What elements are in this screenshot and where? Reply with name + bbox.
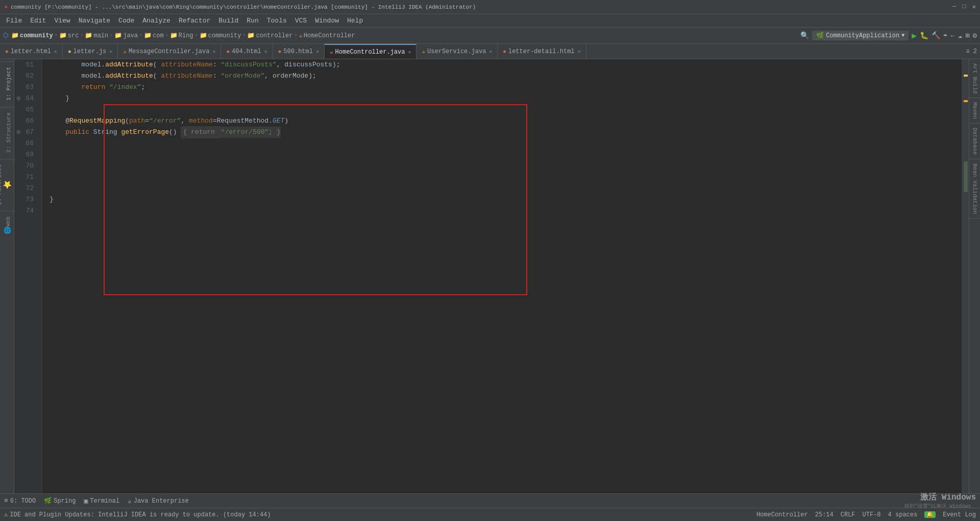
tab-close-homecontroller[interactable]: ✕ xyxy=(408,49,411,55)
controller-folder-icon: 📁 xyxy=(247,32,255,39)
maximize-button[interactable]: □ xyxy=(963,3,966,11)
status-line-ending[interactable]: CRLF xyxy=(841,511,855,518)
tab-500[interactable]: ◈ 500.html ✕ xyxy=(273,44,325,59)
layout-icon[interactable]: ⊞ xyxy=(965,31,969,40)
spring-icon: 🌿 xyxy=(816,32,824,39)
sidebar-project-tab[interactable]: 1: Project xyxy=(0,61,14,106)
status-indent[interactable]: 4 spaces xyxy=(888,511,918,518)
todo-tab[interactable]: ≡ 6: TODO xyxy=(4,497,36,505)
spring-leaf-icon: 🌿 xyxy=(44,497,52,505)
tab-label-messagecontroller: MessageController.java xyxy=(129,48,209,55)
menu-item-navigate[interactable]: Navigate xyxy=(75,16,114,26)
tab-close-404[interactable]: ✕ xyxy=(264,49,267,55)
code-line-64: } xyxy=(50,93,962,104)
status-position[interactable]: 25:14 xyxy=(815,511,834,518)
sidebar-structure-tab[interactable]: 2: Structure xyxy=(0,107,14,158)
build-button[interactable]: 🔨 xyxy=(932,31,940,40)
scrollbar-track[interactable] xyxy=(962,59,969,493)
line-num-64: ⊕ 64 xyxy=(14,93,38,104)
menu-item-analyze[interactable]: Analyze xyxy=(138,16,175,26)
minimize-button[interactable]: — xyxy=(952,3,956,11)
crumb-name-community: community xyxy=(20,32,53,39)
tab-close-letter-js[interactable]: ✕ xyxy=(109,49,112,55)
code-line-66: @RequestMapping(path=“/error”, method=Re… xyxy=(50,115,962,127)
menu-item-vcs[interactable]: VCS xyxy=(291,16,311,26)
community-folder-icon: 📁 xyxy=(11,32,19,39)
menu-item-build[interactable]: Build xyxy=(214,16,242,26)
line-num-70: 70 xyxy=(14,160,38,172)
close-button[interactable]: ✕ xyxy=(972,3,976,11)
code-line-72 xyxy=(50,183,962,194)
menu-item-code[interactable]: Code xyxy=(114,16,138,26)
search-icon[interactable]: 🔍 xyxy=(800,31,809,40)
crumb-name-homecontroller: HomeController xyxy=(304,32,355,39)
tab-icon-404: ◈ xyxy=(226,48,230,55)
maven-panel-tab[interactable]: Maven xyxy=(969,98,980,124)
bean-validation-panel-tab[interactable]: Bean Validation xyxy=(969,159,980,219)
tab-close-letter-detail[interactable]: ✕ xyxy=(578,49,581,55)
run-button[interactable]: ▶ xyxy=(912,31,917,41)
run-config[interactable]: 🌿 CommunityApplication ▼ xyxy=(812,31,909,40)
menu-item-help[interactable]: Help xyxy=(343,16,367,26)
tab-overflow[interactable]: ≡ 2 xyxy=(963,44,980,59)
tab-close-letter-html[interactable]: ✕ xyxy=(54,49,57,55)
java-enterprise-tab[interactable]: ☕ Java Enterprise xyxy=(128,497,189,505)
art-build-panel-tab[interactable]: Art Build xyxy=(969,59,980,98)
breadcrumb-controller[interactable]: 📁 controller xyxy=(247,32,292,39)
tab-messagecontroller[interactable]: ☕ MessageController.java ✕ xyxy=(118,44,221,59)
title-text: community [F:\community] - ...\src\main\… xyxy=(11,4,952,10)
breadcrumb-ring[interactable]: 📁 Ring xyxy=(170,32,193,39)
sidebar-web-tab[interactable]: 🌐Web xyxy=(0,211,14,240)
crumb-name-src: src xyxy=(68,32,79,39)
tab-letter-html[interactable]: ◈ letter.html ✕ xyxy=(0,44,63,59)
code-line-74 xyxy=(50,205,962,217)
terminal-tab[interactable]: ▣ Terminal xyxy=(84,497,119,505)
settings-icon[interactable]: ⚙ xyxy=(973,31,977,40)
menu-item-view[interactable]: View xyxy=(50,16,74,26)
menu-item-run[interactable]: Run xyxy=(242,16,262,26)
tab-icon-letter-detail: ◈ xyxy=(503,48,506,55)
code-area: 61 62 63 ⊕ 64 65 66 ⊕ 67 68 69 70 71 72 … xyxy=(14,59,969,493)
menu-item-window[interactable]: Window xyxy=(311,16,343,26)
event-log[interactable]: Event Log xyxy=(943,511,976,518)
menu-item-refactor[interactable]: Refactor xyxy=(175,16,214,26)
back-button[interactable]: ← xyxy=(950,32,954,40)
menu-item-edit[interactable]: Edit xyxy=(26,16,50,26)
breadcrumb-main[interactable]: 📁 main xyxy=(85,32,108,39)
crumb-name-main: main xyxy=(93,32,108,39)
tab-close-500[interactable]: ✕ xyxy=(316,49,319,55)
spring-tab[interactable]: 🌿 Spring xyxy=(44,497,76,505)
community2-folder-icon: 📁 xyxy=(200,32,207,39)
com-folder-icon: 📁 xyxy=(144,32,152,39)
tab-close-userservice[interactable]: ✕ xyxy=(489,49,492,55)
vcs-icon[interactable]: ☁ xyxy=(958,31,962,40)
menu-item-file[interactable]: File xyxy=(2,16,26,26)
windows-activate: 激活 Windows 转到"设置"以激活 Windows。 xyxy=(904,492,976,510)
tab-letter-js[interactable]: ◈ letter.js ✕ xyxy=(63,44,118,59)
debug-button[interactable]: 🐛 xyxy=(920,31,928,40)
breadcrumb-homecontroller[interactable]: ☕ HomeController xyxy=(299,32,355,39)
breadcrumb-java[interactable]: 📁 java xyxy=(114,32,138,39)
tab-userservice[interactable]: ☕ UserService.java ✕ xyxy=(416,44,498,59)
breadcrumb-community[interactable]: 📁 community xyxy=(11,32,53,39)
tab-letter-detail[interactable]: ◈ letter-detail.html ✕ xyxy=(498,44,586,59)
status-encoding[interactable]: UTF-8 xyxy=(863,511,881,518)
code-content[interactable]: model.addAttribute( attributeName: “disc… xyxy=(42,59,962,493)
coverage-button[interactable]: ☂ xyxy=(943,31,947,40)
scroll-thumb[interactable] xyxy=(964,161,968,192)
app-icon: ● xyxy=(4,4,8,11)
tab-homecontroller[interactable]: ☕ HomeController.java ✕ xyxy=(325,44,416,59)
menu-item-tools[interactable]: Tools xyxy=(263,16,291,26)
tab-icon-500: ◈ xyxy=(278,48,282,55)
breadcrumb-com[interactable]: 📁 com xyxy=(144,32,164,39)
tab-close-messagecontroller[interactable]: ✕ xyxy=(212,49,215,55)
database-panel-tab[interactable]: Database xyxy=(969,124,980,159)
breadcrumb-community2[interactable]: 📁 community xyxy=(200,32,241,39)
code-line-71 xyxy=(50,172,962,183)
status-update-icon: ⚠ xyxy=(4,511,8,518)
status-bar: ⚠ IDE and Plugin Updates: IntelliJ IDEA … xyxy=(0,508,980,521)
sidebar-favorites-tab[interactable]: ⭐2: Favorites xyxy=(0,159,14,210)
breadcrumb-src[interactable]: 📁 src xyxy=(59,32,79,39)
tab-404[interactable]: ◈ 404.html ✕ xyxy=(221,44,273,59)
code-line-61: model.addAttribute( attributeName: “disc… xyxy=(50,59,962,70)
